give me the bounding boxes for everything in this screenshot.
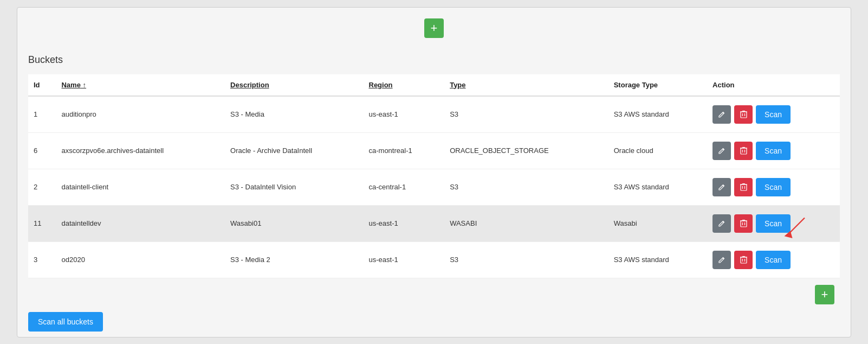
col-header-name[interactable]: Name ↑ (56, 74, 225, 96)
edit-button[interactable] (712, 178, 731, 196)
col-header-description[interactable]: Description (225, 74, 363, 96)
cell-id: 11 (28, 205, 56, 241)
cell-action: Scan (707, 241, 840, 278)
action-buttons: Scan (712, 214, 834, 233)
cell-storage_type: Oracle cloud (608, 132, 707, 169)
cell-region: us-east-1 (364, 241, 445, 278)
cell-region: us-east-1 (364, 96, 445, 133)
cell-id: 3 (28, 241, 56, 278)
edit-button[interactable] (712, 251, 731, 269)
cell-type: S3 (444, 96, 608, 133)
bottom-add-button[interactable]: + (815, 285, 834, 304)
col-header-type[interactable]: Type (444, 74, 608, 96)
cell-name: dataintelldev (56, 205, 225, 241)
cell-storage_type: Wasabi (608, 205, 707, 241)
cell-name: dataintell-client (56, 169, 225, 205)
cell-type: ORACLE_OBJECT_STORAGE (444, 132, 608, 169)
bottom-add-section: + (28, 285, 840, 304)
cell-action: Scan (707, 96, 840, 133)
table-row: 6axscorzpvo6e.archives-dataintellOracle … (28, 132, 840, 169)
scan-button[interactable]: Scan (756, 251, 791, 269)
cell-name: auditionpro (56, 96, 225, 133)
col-header-id: Id (28, 74, 56, 96)
cell-description: Oracle - Archive DataIntell (225, 132, 363, 169)
scan-all-button[interactable]: Scan all buckets (28, 312, 103, 332)
edit-button[interactable] (712, 105, 731, 124)
col-header-action: Action (707, 74, 840, 96)
action-buttons: Scan (712, 251, 834, 269)
cell-type: WASABI (444, 205, 608, 241)
edit-button[interactable] (712, 214, 731, 233)
svg-rect-0 (741, 112, 747, 118)
delete-button[interactable] (734, 105, 753, 124)
delete-button[interactable] (734, 214, 753, 233)
action-buttons: Scan (712, 105, 834, 124)
table-header-row: Id Name ↑ Description Region Type Storag… (28, 74, 840, 96)
cell-action: Scan (707, 205, 840, 241)
action-buttons: Scan (712, 178, 834, 196)
col-header-storage-type: Storage Type (608, 74, 707, 96)
buckets-table: Id Name ↑ Description Region Type Storag… (28, 74, 840, 278)
col-header-region[interactable]: Region (364, 74, 445, 96)
svg-rect-10 (741, 184, 747, 190)
main-container: + Buckets Id Name ↑ Description Region T… (17, 7, 851, 337)
cell-description: S3 - DataIntell Vision (225, 169, 363, 205)
cell-id: 1 (28, 96, 56, 133)
cell-name: od2020 (56, 241, 225, 278)
svg-rect-5 (741, 148, 747, 154)
delete-button[interactable] (734, 251, 753, 269)
cell-action: Scan (707, 169, 840, 205)
cell-action: Scan (707, 132, 840, 169)
cell-description: S3 - Media 2 (225, 241, 363, 278)
scan-button[interactable]: Scan (756, 142, 791, 160)
section-title: Buckets (28, 54, 840, 66)
cell-storage_type: S3 AWS standard (608, 96, 707, 133)
cell-id: 2 (28, 169, 56, 205)
top-add-button[interactable]: + (424, 18, 444, 38)
cell-name: axscorzpvo6e.archives-dataintell (56, 132, 225, 169)
cell-type: S3 (444, 241, 608, 278)
cell-description: S3 - Media (225, 96, 363, 133)
cell-storage_type: S3 AWS standard (608, 241, 707, 278)
edit-button[interactable] (712, 142, 731, 160)
cell-region: ca-central-1 (364, 169, 445, 205)
cell-region: us-east-1 (364, 205, 445, 241)
svg-rect-15 (741, 221, 747, 227)
action-buttons: Scan (712, 142, 834, 160)
cell-storage_type: S3 AWS standard (608, 169, 707, 205)
delete-button[interactable] (734, 178, 753, 196)
top-add-section: + (28, 18, 840, 38)
scan-button[interactable]: Scan (756, 214, 791, 233)
delete-button[interactable] (734, 142, 753, 160)
table-row: 3od2020S3 - Media 2us-east-1S3S3 AWS sta… (28, 241, 840, 278)
table-row: 11dataintelldevWasabi01us-east-1WASABIWa… (28, 205, 840, 241)
scan-button[interactable]: Scan (756, 178, 791, 196)
scan-button[interactable]: Scan (756, 105, 791, 124)
cell-region: ca-montreal-1 (364, 132, 445, 169)
table-row: 2dataintell-clientS3 - DataIntell Vision… (28, 169, 840, 205)
svg-rect-20 (741, 257, 747, 263)
cell-description: Wasabi01 (225, 205, 363, 241)
cell-id: 6 (28, 132, 56, 169)
cell-type: S3 (444, 169, 608, 205)
table-row: 1auditionproS3 - Mediaus-east-1S3S3 AWS … (28, 96, 840, 133)
